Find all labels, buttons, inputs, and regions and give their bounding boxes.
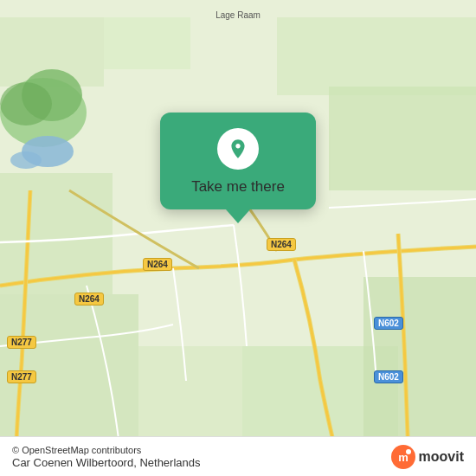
road-label-n277-2: N277 [7, 370, 36, 383]
road-label-n264-3: N264 [74, 293, 104, 306]
map-container: Lage Raam N264 N264 N264 N277 N277 N602 … [0, 0, 476, 476]
location-pin-icon [227, 138, 249, 160]
location-label: Car Coenen Wilbertoord, Netherlands [12, 456, 201, 469]
svg-point-12 [0, 82, 52, 125]
svg-rect-4 [329, 87, 476, 190]
osm-attribution: © OpenStreetMap contributors [12, 445, 201, 455]
svg-point-17 [406, 449, 411, 454]
top-road-label: Lage Raam [215, 10, 261, 20]
map-background [0, 0, 476, 476]
svg-rect-3 [277, 17, 476, 95]
road-label-n602-2: N602 [374, 370, 403, 383]
moovit-icon: m [389, 443, 417, 471]
moovit-text: moovit [419, 449, 464, 465]
bottom-bar: © OpenStreetMap contributors Car Coenen … [0, 436, 476, 476]
popup-card: Take me there [160, 113, 316, 209]
road-label-n602-1: N602 [374, 317, 403, 330]
svg-rect-9 [363, 277, 476, 459]
road-label-n277-1: N277 [7, 336, 36, 349]
svg-rect-2 [104, 17, 190, 69]
take-me-there-button[interactable]: Take me there [191, 178, 285, 196]
moovit-logo: m moovit [389, 443, 464, 471]
road-label-n264-2: N264 [267, 238, 296, 251]
svg-point-14 [10, 151, 42, 169]
pin-icon-wrapper [217, 128, 259, 170]
road-label-n264-1: N264 [143, 258, 172, 271]
